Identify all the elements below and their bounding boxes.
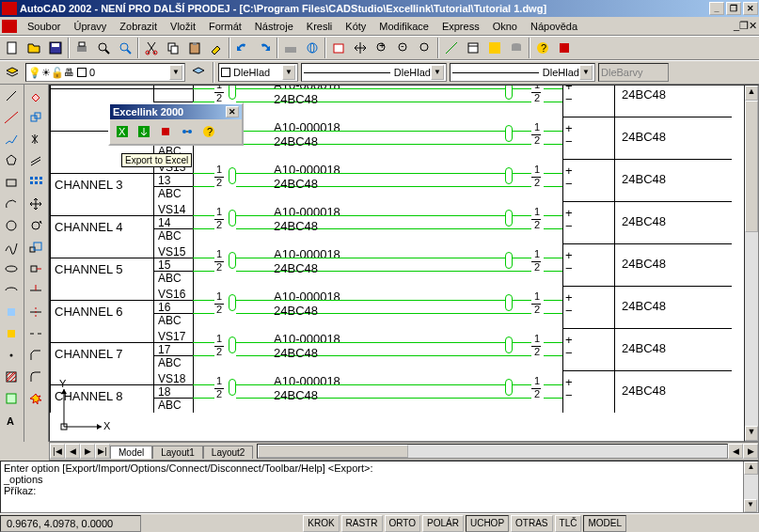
polygon-button[interactable]: [1, 150, 22, 171]
menu-zobrazit[interactable]: Zobrazit: [113, 19, 164, 34]
menu-napoveda[interactable]: Nápověda: [524, 19, 584, 34]
rotate-button[interactable]: [25, 215, 46, 236]
hscroll-thumb[interactable]: [258, 445, 408, 458]
circle-button[interactable]: [1, 215, 22, 236]
copy-obj-button[interactable]: [25, 107, 46, 128]
close-button[interactable]: ✕: [743, 2, 758, 15]
menu-soubor[interactable]: Soubor: [21, 19, 67, 34]
preview-button[interactable]: [93, 38, 114, 58]
menu-vlozit[interactable]: Vložit: [164, 19, 202, 34]
scroll-down-button[interactable]: ▼: [745, 426, 758, 441]
line-button[interactable]: [1, 86, 22, 106]
active-assist-button[interactable]: [554, 38, 575, 58]
layer-combo[interactable]: 💡 ☀ 🔓 🖶 0 ▼: [25, 63, 185, 82]
vertical-scrollbar[interactable]: ▲ ▼: [744, 85, 759, 442]
etransmit-button[interactable]: [280, 38, 301, 58]
hscroll-left-button[interactable]: ◀: [728, 444, 743, 459]
tab-prev-button[interactable]: ◀: [65, 444, 80, 459]
dc-button[interactable]: [484, 38, 505, 58]
status-krok[interactable]: KROK: [303, 515, 339, 532]
matchprop-button[interactable]: [206, 38, 227, 58]
tab-last-button[interactable]: ▶|: [95, 444, 110, 459]
menu-kresli[interactable]: Kresli: [300, 19, 340, 34]
menu-okno[interactable]: Okno: [486, 19, 524, 34]
explode-button[interactable]: [25, 388, 46, 409]
region-button[interactable]: [1, 388, 22, 409]
open-button[interactable]: [24, 38, 44, 58]
status-rastr[interactable]: RASTR: [341, 515, 383, 532]
arc-button[interactable]: [1, 194, 22, 214]
new-button[interactable]: [2, 38, 23, 58]
print-button[interactable]: [71, 38, 92, 58]
undo-button[interactable]: [232, 38, 253, 58]
horizontal-scrollbar[interactable]: [257, 444, 728, 459]
move-button[interactable]: [25, 194, 46, 214]
cmd-scrollbar[interactable]: ▲ ▼: [743, 462, 758, 512]
mirror-button[interactable]: [25, 129, 46, 149]
hyperlink-button[interactable]: [302, 38, 323, 58]
props-button[interactable]: [463, 38, 483, 58]
doc-restore-button[interactable]: ❐: [739, 20, 749, 32]
lineweight-combo[interactable]: DleHlad ▼: [450, 63, 595, 82]
restore-button[interactable]: ❐: [726, 2, 741, 15]
scale-button[interactable]: [25, 237, 46, 258]
dropdown-icon[interactable]: ▼: [431, 65, 444, 80]
pline-button[interactable]: [1, 129, 22, 149]
spline-button[interactable]: [1, 237, 22, 258]
options-button[interactable]: [155, 121, 176, 142]
status-otras[interactable]: OTRAS: [511, 515, 552, 532]
status-model[interactable]: MODEL: [583, 515, 626, 532]
menu-format[interactable]: Formát: [202, 19, 248, 34]
drawing-canvas[interactable]: ABC12A10-00001824BC4812+−24BC48VS1212ABC…: [49, 85, 759, 442]
insert-button[interactable]: [1, 302, 22, 322]
chamfer-button[interactable]: [25, 345, 46, 366]
xline-button[interactable]: [1, 107, 22, 128]
menu-koty[interactable]: Kóty: [339, 19, 372, 34]
today-button[interactable]: [328, 38, 349, 58]
layer-prev-button[interactable]: [188, 62, 209, 83]
tab-model[interactable]: Model: [110, 446, 152, 459]
minimize-button[interactable]: _: [709, 2, 724, 15]
find-button[interactable]: [115, 38, 135, 58]
menu-modifikace[interactable]: Modifikace: [372, 19, 435, 34]
dbconnect-button[interactable]: [506, 38, 527, 58]
tab-layout2[interactable]: Layout2: [203, 446, 254, 459]
zoom-prev-button[interactable]: [415, 38, 435, 58]
fillet-button[interactable]: [25, 367, 46, 387]
block-button[interactable]: [1, 323, 22, 344]
connect-button[interactable]: [177, 121, 198, 142]
tab-first-button[interactable]: |◀: [50, 444, 65, 459]
extend-button[interactable]: [25, 302, 46, 322]
break-button[interactable]: [25, 323, 46, 344]
cut-button[interactable]: [141, 38, 162, 58]
status-orto[interactable]: ORTO: [385, 515, 421, 532]
trim-button[interactable]: [25, 280, 46, 301]
hscroll-right-button[interactable]: ▶: [743, 444, 758, 459]
dropdown-icon[interactable]: ▼: [579, 65, 593, 80]
pan-button[interactable]: [350, 38, 371, 58]
redo-button[interactable]: [254, 38, 275, 58]
excellink-toolbar[interactable]: Excellink 2000 ✕ X ?: [108, 102, 244, 146]
erase-button[interactable]: [25, 86, 46, 106]
array-button[interactable]: [25, 172, 46, 193]
ellipse-button[interactable]: [1, 258, 22, 279]
save-button[interactable]: [45, 38, 66, 58]
import-excel-button[interactable]: [134, 121, 154, 142]
menu-express[interactable]: Express: [435, 19, 486, 34]
status-polar[interactable]: POLÁR: [422, 515, 464, 532]
excellink-help-button[interactable]: ?: [198, 121, 219, 142]
zoom-rt-button[interactable]: +: [372, 38, 392, 58]
excellink-titlebar[interactable]: Excellink 2000 ✕: [110, 104, 242, 119]
tab-layout1[interactable]: Layout1: [152, 446, 203, 459]
ellipse-arc-button[interactable]: [1, 280, 22, 301]
linetype-combo[interactable]: DleHlad ▼: [301, 63, 447, 82]
color-combo[interactable]: DleHlad ▼: [218, 63, 298, 82]
copy-button[interactable]: [163, 38, 183, 58]
menu-upravy[interactable]: Úpravy: [67, 19, 113, 34]
status-tlc[interactable]: TLČ: [555, 515, 582, 532]
offset-button[interactable]: [25, 150, 46, 171]
tab-next-button[interactable]: ▶: [80, 444, 95, 459]
dropdown-icon[interactable]: ▼: [169, 65, 182, 80]
excellink-close-button[interactable]: ✕: [226, 106, 239, 117]
paste-button[interactable]: [184, 38, 205, 58]
